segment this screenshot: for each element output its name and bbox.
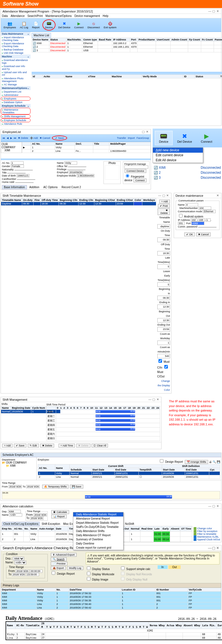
table-row[interactable]: 1VickyNormal2000/1/12999/12/312016/9/262… [38, 472, 220, 475]
bottom-grid[interactable]: IdAcNoNamesTimeMachineVerify ModeIDStatu… [32, 75, 222, 78]
table-row[interactable]: 🔄 XIMIDisconnected1Ethernet192.168.0.243… [32, 42, 222, 45]
nav-import[interactable]: Import [128, 137, 135, 139]
nav-save[interactable]: ✔ Save [52, 136, 67, 140]
table-row[interactable]: XIMIVicky12016/9/26 17:56:351001FP [1, 599, 221, 602]
connect-device-btn[interactable]: Connect Device [125, 169, 146, 173]
tab-acoptions[interactable]: AC Options [42, 185, 59, 189]
side-emp-sched[interactable]: Employee Schedule [1, 118, 31, 122]
report-item[interactable]: Daily Attendance Statistic Report [73, 512, 123, 517]
calculate-btn[interactable]: 🖩 Calculate [51, 510, 69, 514]
calc-link[interactable]: 🟦 Maintenance AL/BL [193, 535, 220, 538]
table-row[interactable]: 2LinaFe...1:8633594450 [22, 149, 151, 153]
side-usb[interactable]: Usb Disk Manage [1, 51, 31, 55]
report-item[interactable]: Staff's On-Duty/Off-Duty Timetable [73, 525, 123, 529]
tab-base[interactable]: Base Information [2, 185, 27, 189]
tt-add[interactable]: + Add [159, 200, 170, 203]
calc-tab[interactable]: Clock In/Out Log Exceptions [2, 522, 40, 526]
side-import[interactable]: Import Attendance Checking Data [1, 36, 31, 42]
dm-mno[interactable]: 104 [198, 206, 211, 210]
device-button[interactable]: 📟Device [42, 19, 56, 30]
exit-button[interactable]: ⏻Exit system [103, 21, 118, 29]
from-date[interactable]: 2016/ 9/26 [9, 485, 22, 488]
export-btn[interactable]: 📤 Export [51, 566, 66, 570]
report-item[interactable]: Daily Attendance OT Report [73, 533, 123, 537]
search-name[interactable]: <All> [14, 561, 26, 564]
side-data-maint-header[interactable]: Data Maintenance⌄ [1, 32, 31, 36]
report-menu[interactable]: Daily Attendance Statistic Report Attend… [73, 512, 123, 550]
calc-tab[interactable]: Shift Exception [41, 522, 61, 526]
report-item[interactable]: Attendance General Report [73, 517, 123, 521]
dm-cancel[interactable]: ✖ Cancel [196, 232, 211, 236]
calc-dep[interactable]: XIMI [8, 510, 21, 513]
table-row[interactable]: 2LinaNormal2000/1/12999/12/31☐2016/9/262… [38, 475, 220, 479]
employees-button[interactable]: 👥Employees [2, 21, 17, 29]
zoom-row[interactable]: 🔄 3Disconnected [154, 175, 221, 180]
aclog-button[interactable]: 📋AC Log [19, 21, 29, 29]
dm-port[interactable]: 4369 [191, 222, 204, 225]
dept-tree-item[interactable]: XIMI [2, 149, 21, 152]
side-dept[interactable]: Department List [1, 90, 31, 93]
side-sched-header[interactable]: Employee Schedule⌄ [1, 104, 31, 108]
search-grid[interactable]: DepartmentNameNo.Date/TimeLocation IDID … [1, 588, 221, 610]
side-rule[interactable]: Attendance Rule [1, 122, 31, 126]
menu-edit-all[interactable]: Edit All device [153, 158, 203, 163]
side-photo[interactable]: Attendance Photo Management [1, 77, 31, 83]
calc-tab[interactable]: NoShift [124, 522, 135, 526]
device-menu[interactable]: Add new device Edit current device Edit … [153, 147, 203, 163]
dob-input[interactable]: 1990/11/1 [17, 174, 29, 177]
del-device-button[interactable]: ✖Del Device [57, 21, 72, 29]
side-ul-user[interactable]: Upload user info and FP [1, 71, 31, 77]
report-button[interactable]: 📄Report [31, 21, 41, 29]
menu-edit-current[interactable]: Edit current device [153, 153, 203, 158]
side-machine-header[interactable]: Machine⌄ [1, 55, 31, 58]
side-export[interactable]: Export Attendance Checking Data [1, 42, 31, 48]
card-input[interactable] [17, 179, 35, 180]
tab-addition[interactable]: Addition [27, 185, 41, 189]
zoom-del[interactable]: ✖Del Device [173, 131, 196, 145]
table-row[interactable]: ▶1Vicky [22, 146, 151, 149]
to-date[interactable]: 2016/ 9/26 [26, 485, 40, 488]
calc-name[interactable]: <All> [9, 513, 22, 517]
table-row[interactable]: 🔄 2Disconnected1Ethernet192.168.1.201437… [32, 45, 222, 49]
nav-facegroup[interactable]: FaceGroup [137, 137, 149, 139]
addr-input[interactable] [15, 182, 34, 183]
sm-clear[interactable]: 🗋 Clear All [92, 444, 108, 448]
window-controls[interactable]: —▢✕ [208, 9, 220, 13]
sm-edit[interactable]: ✎ Edit [28, 444, 39, 448]
sm-deltime[interactable]: ✖ Delete [76, 444, 90, 448]
table-row[interactable]: XIMIVicky12016/9/26 17:56:331001FP [1, 595, 221, 599]
report-item[interactable]: Depart Attendance Statistic Report [73, 521, 123, 525]
report-item[interactable]: Daily Overtime [73, 541, 123, 546]
sched-grid[interactable]: AC No.NameCurrent ShiftShift Definition … [38, 464, 220, 479]
nav-cancel[interactable]: ✖ Cancel [40, 137, 51, 139]
report-btn[interactable]: 📊 Report [51, 515, 67, 518]
disconnect-button[interactable]: ⦸Disconnect [86, 21, 101, 29]
calc-link[interactable]: 🟩 Filter to timetable [193, 533, 220, 535]
side-db[interactable]: Database Option [1, 101, 31, 104]
change-color-link[interactable]: Change the Display Color [158, 380, 170, 391]
table-row[interactable]: XIMILina22016/9/26 17:56:4212FP [1, 606, 221, 610]
emp-grid[interactable]: AC No.NameDecl.TitleMobile/Pager ▶1Vicky… [22, 142, 151, 153]
mobile-input[interactable]: 1:8633594450 [77, 174, 95, 177]
timetable-grid[interactable]: Timetable NameOn-dutyFineOff-duty TimeBe… [1, 198, 156, 206]
menu-add-device[interactable]: Add new device [153, 148, 203, 153]
nat-input[interactable] [14, 170, 33, 170]
title-input[interactable] [7, 173, 26, 173]
side-admin[interactable]: Administrator [1, 93, 31, 97]
zoom-row[interactable]: 🔄 2Disconnected [154, 170, 221, 175]
menu-bar[interactable]: DataAttendanceSearch/PrintMaintenance/Op… [1, 14, 221, 18]
sm-add[interactable]: + Add [2, 444, 12, 448]
side-timetables[interactable]: Maintenance Timetables [1, 108, 31, 114]
adv-export-btn[interactable]: ⬆ Advanced Export [51, 553, 77, 557]
sm-addtime[interactable]: + Add Time [59, 444, 75, 448]
report-item[interactable]: Create report for current grid [73, 546, 123, 550]
zoom-device[interactable]: 📟Device [155, 131, 173, 145]
side-acmanage[interactable]: AC Manage [1, 83, 31, 86]
sm-save[interactable]: ✔ Save [14, 444, 26, 448]
side-dl-logs[interactable]: Download attendance logs [1, 58, 31, 65]
nav-add[interactable]: ➕ Add [30, 137, 38, 139]
side-shifts[interactable]: Shifts Management [1, 114, 31, 118]
report-item[interactable]: Daily Attendance Shifts [73, 529, 123, 533]
machine-grid[interactable]: Device NameStatusMachineNo.Comm typeBaud… [32, 38, 222, 52]
name-input[interactable]: Vicky [64, 161, 77, 165]
